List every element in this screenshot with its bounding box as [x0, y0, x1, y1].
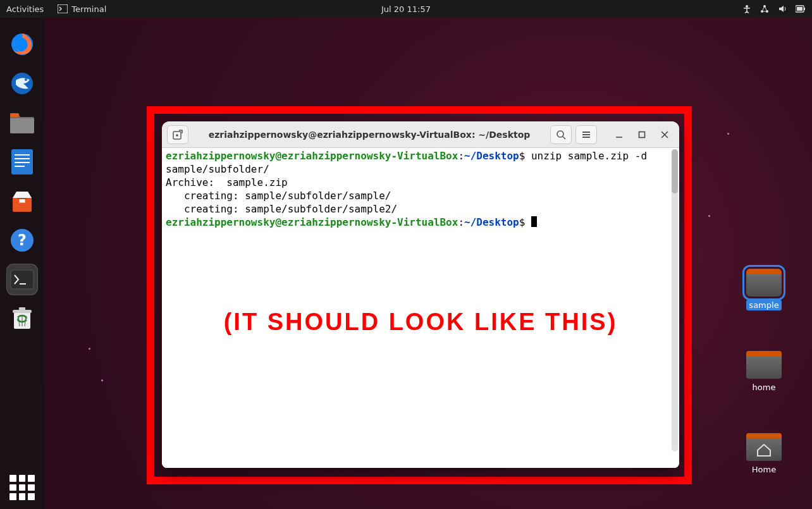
svg-rect-25 — [19, 307, 25, 310]
dock-terminal[interactable] — [7, 264, 37, 295]
volume-icon[interactable] — [778, 4, 787, 13]
svg-rect-18 — [18, 198, 27, 199]
svg-line-30 — [563, 137, 565, 139]
annotation-caption: (IT SHOULD LOOK LIKE THIS) — [224, 316, 618, 329]
close-button[interactable] — [655, 125, 674, 144]
svg-rect-14 — [15, 154, 30, 156]
maximize-button[interactable] — [632, 125, 651, 144]
svg-rect-16 — [15, 162, 30, 163]
svg-rect-15 — [15, 158, 30, 159]
home-folder-icon — [746, 433, 782, 461]
desktop-icon-label: Home — [752, 465, 776, 474]
prompt-user: ezriahzippernowsky@ezriahzippernowsky-Vi… — [166, 216, 458, 228]
prompt-path: ~/Desktop — [464, 216, 519, 228]
dock-trash[interactable] — [7, 304, 37, 334]
dock-writer[interactable] — [7, 147, 37, 177]
prompt-end: $ — [519, 150, 531, 162]
dock-software[interactable] — [7, 186, 37, 216]
svg-rect-6 — [804, 8, 805, 10]
prompt-user: ezriahzippernowsky@ezriahzippernowsky-Vi… — [166, 150, 458, 162]
active-app-label: Terminal — [71, 4, 106, 14]
svg-rect-21 — [11, 270, 34, 289]
svg-rect-11 — [10, 118, 34, 133]
new-tab-button[interactable] — [167, 125, 188, 144]
svg-point-10 — [25, 78, 27, 81]
desktop-folder-home[interactable]: home — [741, 351, 787, 392]
svg-rect-35 — [639, 132, 645, 137]
cursor — [531, 216, 537, 227]
svg-point-29 — [557, 131, 563, 137]
active-app-indicator[interactable]: Terminal — [58, 4, 106, 14]
maximize-icon — [638, 131, 646, 138]
search-button[interactable] — [550, 125, 572, 144]
wallpaper-star — [89, 348, 90, 350]
svg-text:?: ? — [18, 231, 27, 249]
svg-rect-0 — [58, 4, 68, 13]
dock: ? — [0, 18, 44, 509]
command-text: unzip sample.zip -d — [531, 150, 647, 162]
svg-rect-7 — [797, 7, 803, 11]
window-title: ezriahzippernowsky@ezriahzippernowsky-Vi… — [209, 130, 531, 140]
desktop-icon-label: home — [753, 383, 776, 392]
minimize-button[interactable] — [610, 125, 629, 144]
output-line: Archive: sample.zip — [166, 176, 288, 188]
terminal-icon — [58, 4, 68, 13]
desktop-folder-sample[interactable]: sample — [741, 269, 787, 310]
show-applications-button[interactable] — [9, 475, 35, 500]
desktop-home-link[interactable]: Home — [741, 433, 787, 474]
accessibility-icon[interactable] — [742, 4, 751, 13]
wallpaper-star — [708, 215, 710, 217]
battery-icon[interactable] — [796, 5, 806, 13]
search-icon — [556, 130, 566, 140]
window-titlebar[interactable]: ezriahzippernowsky@ezriahzippernowsky-Vi… — [162, 121, 679, 148]
menu-button[interactable] — [575, 125, 597, 144]
dock-files[interactable] — [7, 107, 37, 138]
dock-help[interactable]: ? — [7, 225, 37, 255]
network-icon[interactable] — [760, 4, 769, 13]
close-icon — [661, 131, 668, 138]
svg-rect-12 — [10, 113, 19, 117]
new-tab-icon — [173, 130, 183, 140]
wallpaper-star — [727, 133, 729, 135]
dock-firefox[interactable] — [7, 29, 37, 59]
output-line: creating: sample/subfolder/sample2/ — [166, 203, 397, 215]
folder-icon — [746, 269, 782, 297]
top-bar: Activities Terminal Jul 20 11:57 — [0, 0, 812, 18]
clock[interactable]: Jul 20 11:57 — [381, 4, 431, 14]
terminal-body[interactable]: ezriahzippernowsky@ezriahzippernowsky-Vi… — [162, 148, 679, 468]
hamburger-icon — [581, 130, 591, 139]
svg-rect-17 — [15, 166, 25, 167]
prompt-sep: : — [458, 150, 464, 162]
scrollbar[interactable] — [672, 149, 678, 451]
output-line: sample/subfolder/ — [166, 163, 269, 175]
folder-icon — [746, 351, 782, 379]
prompt-path: ~/Desktop — [464, 150, 519, 162]
prompt-sep: : — [458, 216, 464, 228]
prompt-end: $ — [519, 216, 531, 228]
activities-button[interactable]: Activities — [6, 4, 44, 14]
wallpaper-star — [101, 379, 103, 381]
desktop-icon-label: sample — [746, 300, 781, 310]
output-line: creating: sample/subfolder/sample/ — [166, 190, 391, 202]
minimize-icon — [615, 131, 623, 138]
scrollbar-thumb[interactable] — [672, 149, 678, 193]
dock-thunderbird[interactable] — [7, 68, 37, 99]
svg-point-1 — [746, 5, 748, 8]
terminal-window: ezriahzippernowsky@ezriahzippernowsky-Vi… — [162, 121, 679, 468]
